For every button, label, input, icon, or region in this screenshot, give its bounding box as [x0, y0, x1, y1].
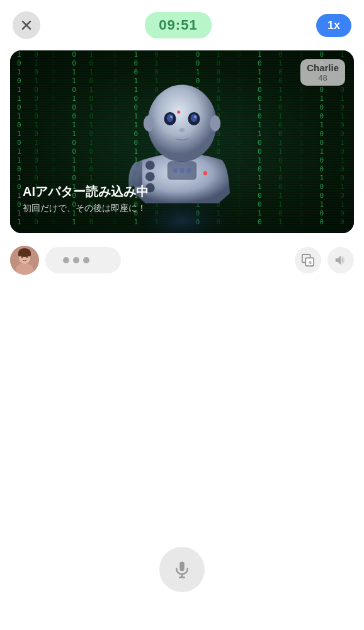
svg-point-20: [179, 168, 185, 173]
translate-icon: A あ: [301, 253, 315, 267]
typing-dot-2: [73, 257, 79, 263]
svg-point-17: [210, 115, 220, 131]
svg-point-13: [194, 115, 196, 118]
timer-badge: 09:51: [145, 12, 211, 38]
header: 09:51 1x: [0, 0, 364, 45]
timer-text: 09:51: [159, 17, 197, 33]
svg-point-4: [145, 161, 155, 170]
avatar-image: [10, 246, 39, 275]
svg-point-21: [186, 168, 191, 173]
microphone-icon: [173, 560, 191, 579]
speed-text: 1x: [327, 19, 340, 32]
close-icon: [21, 20, 31, 30]
loading-sub-text: 初回だけで、その後は即座に！: [23, 203, 149, 214]
typing-dot-3: [83, 257, 89, 263]
loading-text-area: AIアバター読み込み中 初回だけで、その後は即座に！: [23, 183, 149, 214]
close-button[interactable]: [13, 11, 40, 39]
loading-main-text: AIアバター読み込み中: [23, 183, 149, 200]
svg-point-15: [177, 110, 180, 113]
action-icons: A あ: [295, 247, 354, 273]
loading-title: AIアバター読み込み中: [23, 183, 149, 200]
typing-dot-1: [63, 257, 69, 263]
svg-point-14: [179, 128, 185, 132]
charlie-number: 48: [318, 73, 327, 83]
svg-point-19: [173, 168, 178, 173]
microphone-button[interactable]: [159, 547, 205, 592]
svg-rect-31: [18, 253, 21, 256]
svg-point-12: [170, 115, 173, 118]
speed-badge[interactable]: 1x: [316, 14, 351, 37]
mic-area: [159, 547, 205, 592]
charlie-name: Charlie: [307, 62, 339, 73]
chat-area: A あ: [0, 233, 364, 275]
svg-point-22: [203, 171, 207, 175]
volume-icon: [334, 253, 348, 267]
user-avatar: [10, 246, 39, 275]
translate-button[interactable]: A あ: [295, 247, 321, 273]
svg-rect-37: [179, 562, 185, 571]
video-container: 10101101010110101011 0101001010100101010…: [10, 50, 354, 233]
svg-point-11: [191, 114, 198, 122]
volume-button[interactable]: [327, 247, 354, 273]
svg-point-5: [145, 172, 155, 181]
svg-rect-32: [28, 253, 31, 256]
svg-point-16: [144, 115, 154, 131]
charlie-badge: Charlie 48: [300, 59, 345, 86]
typing-bubble: [45, 247, 121, 273]
svg-point-10: [167, 114, 174, 122]
svg-text:あ: あ: [309, 261, 312, 264]
svg-point-7: [147, 85, 217, 162]
